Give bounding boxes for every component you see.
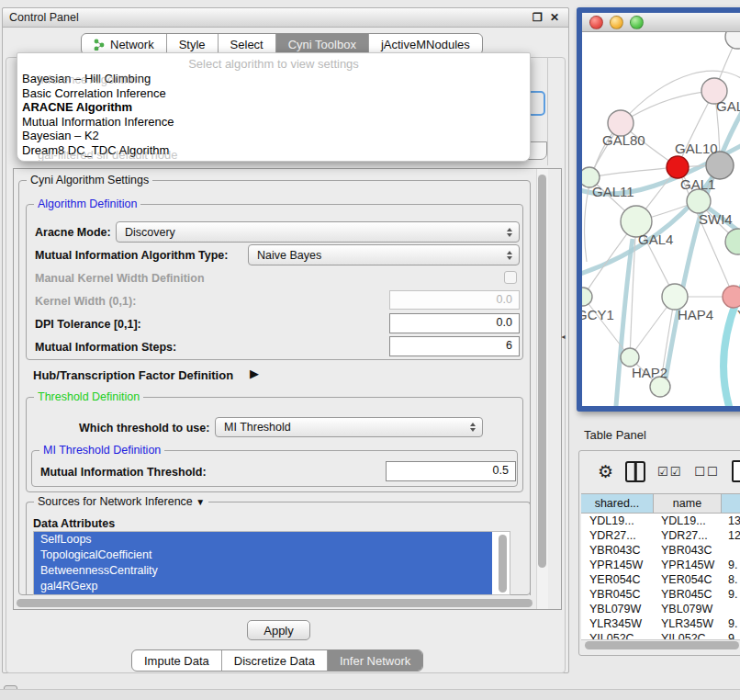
apply-button[interactable]: Apply [247, 620, 310, 640]
screen: Control Panel ❐ ✕ NetworkStyleSelectCyni… [0, 0, 740, 700]
manual-kernel-width-checkbox[interactable] [504, 271, 517, 284]
minimize-traffic-light-icon[interactable] [610, 16, 623, 29]
attribute-item-gal4rgexp[interactable]: gal4RGexp [34, 579, 492, 594]
table-row[interactable]: YPR145WYPR145W9. [581, 558, 740, 572]
mi-steps-label: Mutual Information Steps: [35, 341, 176, 354]
settings-hscroll-thumb[interactable] [17, 599, 533, 607]
control-panel-titlebar[interactable] [2, 7, 569, 28]
mi-steps-field[interactable]: 6 [389, 336, 520, 356]
threshold-definition-title: Threshold Definition [34, 390, 143, 403]
network-node-label: GAL11 [592, 184, 634, 199]
tab-label: jActiveMNodules [381, 38, 470, 51]
tab-style[interactable]: Style [166, 34, 218, 54]
network-node-top-partial[interactable] [725, 32, 740, 49]
splitter-arrow-icon[interactable]: ◄ [560, 333, 566, 340]
table-cell: 9. [720, 559, 740, 571]
bottom-status-strip [0, 689, 740, 700]
chevron-right-icon[interactable]: ▶ [250, 367, 259, 380]
network-window-titlebar[interactable] [582, 13, 740, 32]
tab-jactivemnodules[interactable]: jActiveMNodules [368, 34, 482, 54]
table-row[interactable]: YDL19...YDL19...13 [581, 514, 740, 528]
attribute-item-selfloops[interactable]: SelfLoops [34, 532, 492, 548]
ghost-network-combo-text: gal-filtered sif default node [38, 148, 177, 162]
tab-select[interactable]: Select [218, 34, 275, 54]
table-cell: YBR045C [581, 588, 653, 601]
gear-icon[interactable]: ⚙ [598, 461, 613, 482]
table-row[interactable]: YDR27...YDR27...12 [581, 528, 740, 543]
table-row[interactable]: YBR045CYBR045C9. [581, 587, 740, 602]
mi-algorithm-type-label: Mutual Information Algorithm Type: [35, 249, 228, 262]
attribute-item-betweennesscentrality[interactable]: BetweennessCentrality [34, 563, 492, 579]
attribute-item-topologicalcoefficient[interactable]: TopologicalCoefficient [34, 548, 492, 563]
tab-discretize-data[interactable]: Discretize Data [221, 650, 327, 671]
window-float-icon[interactable]: ❐ [533, 11, 543, 24]
table-hscroll-thumb[interactable] [585, 641, 739, 649]
table-cell: 9. [720, 588, 740, 601]
kernel-width-field[interactable]: 0.0 [389, 290, 520, 310]
table-row[interactable]: YLR345WYLR345W9. [581, 616, 740, 631]
table-cell: YDR27... [581, 529, 653, 542]
select-all-icon[interactable]: ☑☑ [657, 465, 682, 479]
network-node-HAP2[interactable] [621, 348, 639, 367]
aracne-mode-combobox[interactable]: Discovery [116, 221, 520, 243]
network-node-label: GAL1 [680, 176, 715, 192]
sources-title[interactable]: Sources for Network Inference ▼ [34, 495, 208, 508]
mi-threshold-field[interactable]: 0.5 [386, 461, 516, 481]
zoom-traffic-light-icon[interactable] [630, 16, 644, 29]
data-attributes-list: SelfLoopsTopologicalCoefficientBetweenne… [33, 531, 510, 595]
table-row[interactable]: YIL052CYIL052C9. [581, 631, 740, 640]
network-node-GAL10[interactable] [667, 156, 689, 178]
deselect-all-icon[interactable]: ☐☐ [694, 465, 719, 479]
network-node-label: GCY1 [582, 307, 614, 322]
network-node-GAL1[interactable] [687, 189, 711, 213]
network-node-pink-node[interactable] [723, 286, 740, 308]
network-node-label: GAL4 [638, 231, 673, 247]
table-cell: YPR145W [581, 559, 653, 571]
which-threshold-value: MI Threshold [224, 421, 291, 434]
dpi-tolerance-field[interactable]: 0.0 [389, 313, 520, 333]
list-scrollbar-thumb[interactable] [499, 535, 507, 593]
tab-infer-network[interactable]: Infer Network [327, 650, 422, 671]
bottom-tab-bar: Impute DataDiscretize DataInfer Network [131, 649, 423, 672]
column-header-name[interactable]: name [654, 494, 722, 513]
table-cell: YLR345W [653, 617, 720, 630]
network-node-GCY1[interactable] [582, 288, 592, 306]
network-node-HAP4[interactable] [662, 284, 688, 310]
ghost-inference-algorithm-text: Inference Algorithm [38, 73, 140, 86]
mi-algorithm-type-combobox[interactable]: Naive Bayes [248, 244, 520, 265]
tab-network[interactable]: Network [82, 34, 166, 54]
close-traffic-light-icon[interactable] [589, 16, 603, 29]
settings-vscroll-thumb[interactable] [538, 175, 546, 568]
hub-definition-toggle-label[interactable]: Hub/Transcription Factor Definition [33, 368, 233, 382]
table-cell: YER054C [581, 573, 653, 586]
tab-cyni-toolbox[interactable]: Cyni Toolbox [275, 34, 368, 54]
algorithm-item-bayesian-k2[interactable]: Bayesian – K2 [17, 129, 530, 143]
table-row[interactable]: YBL079WYBL079W [581, 602, 740, 616]
combo-arrows-icon [507, 228, 512, 237]
tab-label: Select [230, 38, 263, 51]
table-row[interactable]: YER054CYER054C8. [581, 572, 740, 587]
export-table-icon[interactable] [732, 460, 740, 482]
algorithm-item-basic-correlation-inference[interactable]: Basic Correlation Inference [17, 86, 530, 101]
columns-icon[interactable] [625, 461, 645, 482]
window-close-icon[interactable]: ✕ [550, 11, 559, 24]
which-threshold-label: Which threshold to use: [79, 422, 209, 435]
data-attributes-label: Data Attributes [33, 517, 115, 530]
which-threshold-combobox[interactable]: MI Threshold [215, 417, 483, 437]
chevron-down-icon[interactable]: ▼ [196, 497, 205, 507]
table-cell: YDR27... [653, 529, 720, 542]
tab-label: Cyni Toolbox [288, 38, 356, 51]
table-panel: ⚙☑☑☐☐ shared...nameA YDL19...YDL19...13Y… [578, 450, 740, 656]
network-canvas[interactable]: GALGAL80GAL10GAL11GAL1SWI4GAL4GCY1HAP4YH… [582, 32, 740, 406]
algorithm-popup-placeholder: Select algorithm to view settings [17, 53, 530, 72]
column-header-shared[interactable]: shared... [581, 494, 654, 513]
table-row[interactable]: YBR043CYBR043C [581, 543, 740, 558]
tab-impute-data[interactable]: Impute Data [132, 650, 221, 671]
algorithm-item-aracne-algorithm[interactable]: ARACNE Algorithm [17, 100, 530, 115]
column-header-a[interactable]: A [722, 494, 740, 513]
tab-label: Infer Network [340, 654, 410, 668]
table-cell: 12 [720, 529, 740, 542]
algorithm-dropdown-popup: Select algorithm to view settings Bayesi… [17, 52, 531, 162]
table-cell: 13 [720, 514, 740, 527]
algorithm-item-mutual-information-inference[interactable]: Mutual Information Inference [17, 115, 530, 130]
